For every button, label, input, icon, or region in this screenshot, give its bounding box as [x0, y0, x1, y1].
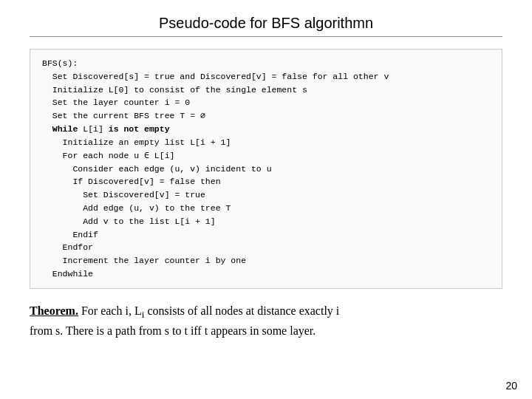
code-line-5: Set the current BFS tree T = ∅: [42, 109, 490, 123]
code-line-14: Endif: [42, 228, 490, 242]
code-line-2: Set Discovered[s] = true and Discovered[…: [42, 70, 490, 83]
code-line-9: Consider each edge (u, v) incident to u: [42, 163, 490, 176]
code-line-1: BFS(s):: [42, 57, 490, 70]
code-line-8: For each node u ∈ L[i]: [42, 149, 490, 163]
code-line-4: Set the layer counter i = 0: [42, 96, 490, 109]
code-line-13: Add v to the list L[i + 1]: [42, 215, 490, 228]
code-line-3: Initialize L[0] to consist of the single…: [42, 83, 490, 97]
theorem-line2: from s. There is a path from s to t iff …: [30, 324, 316, 337]
slide-container: Pseudo-code for BFS algorithmn BFS(s): S…: [0, 0, 532, 399]
code-line-17: Endwhile: [42, 267, 490, 281]
page-number: 20: [505, 380, 517, 392]
theorem-text: For each i, Li consists of all nodes at …: [81, 304, 339, 317]
code-line-12: Add edge (u, v) to the tree T: [42, 202, 490, 215]
slide-title: Pseudo-code for BFS algorithmn: [30, 15, 502, 37]
code-block: BFS(s): Set Discovered[s] = true and Dis…: [30, 49, 502, 289]
theorem-label: Theorem.: [30, 304, 78, 317]
theorem-section: Theorem. For each i, Li consists of all …: [30, 302, 502, 340]
code-line-11: Set Discovered[v] = true: [42, 188, 490, 202]
code-line-15: Endfor: [42, 241, 490, 254]
code-line-16: Increment the layer counter i by one: [42, 254, 490, 267]
code-line-7: Initialize an empty list L[i + 1]: [42, 136, 490, 149]
code-line-10: If Discovered[v] = false then: [42, 175, 490, 188]
code-line-6: While L[i] is not empty: [42, 123, 490, 136]
